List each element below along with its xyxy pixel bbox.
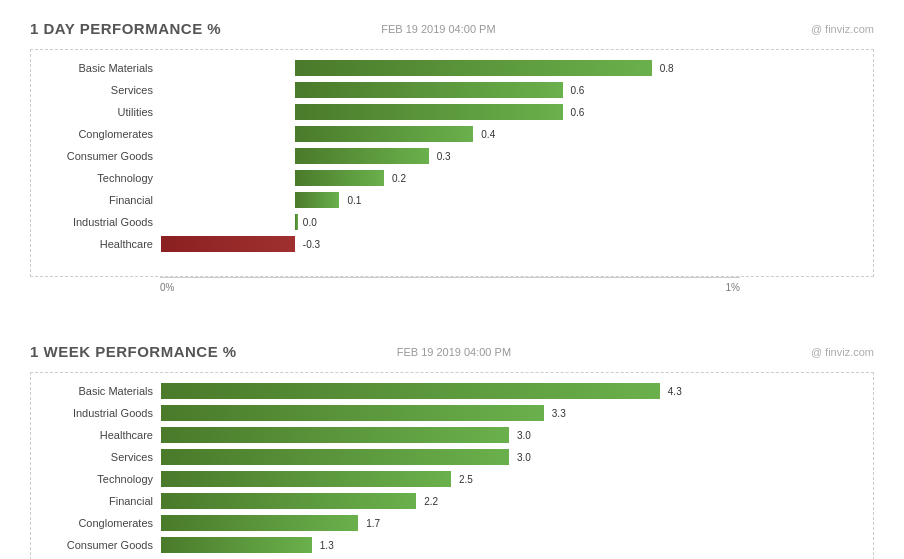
chart1-header: 1 DAY PERFORMANCE % FEB 19 2019 04:00 PM… bbox=[30, 20, 874, 37]
x-axis-label: 1% bbox=[726, 282, 740, 293]
chart2-container: 1 WEEK PERFORMANCE % FEB 19 2019 04:00 P… bbox=[0, 323, 904, 559]
bar-value-label: 1.7 bbox=[366, 518, 380, 529]
bar-value-label: 3.0 bbox=[517, 452, 531, 463]
chart1-date: FEB 19 2019 04:00 PM bbox=[381, 23, 495, 35]
table-row: Technology2.5 bbox=[31, 469, 843, 489]
page-wrapper: 1 DAY PERFORMANCE % FEB 19 2019 04:00 PM… bbox=[0, 0, 904, 559]
bar-track: 0.6 bbox=[161, 82, 843, 98]
table-row: Basic Materials0.8 bbox=[31, 58, 843, 78]
x-axis-label: 0% bbox=[160, 282, 174, 293]
bar-fill bbox=[161, 405, 544, 421]
bar-label: Consumer Goods bbox=[31, 539, 161, 551]
bar-label: Basic Materials bbox=[31, 62, 161, 74]
table-row: Consumer Goods0.3 bbox=[31, 146, 843, 166]
bar-fill bbox=[161, 471, 451, 487]
chart2-area: Basic Materials4.3Industrial Goods3.3Hea… bbox=[30, 372, 874, 559]
table-row: Basic Materials4.3 bbox=[31, 381, 843, 401]
bar-track: 0.3 bbox=[161, 148, 843, 164]
bar-label: Financial bbox=[31, 495, 161, 507]
table-row: Industrial Goods0.0 bbox=[31, 212, 843, 232]
bar-label: Technology bbox=[31, 473, 161, 485]
bar-track: 2.5 bbox=[161, 471, 843, 487]
chart2-source: @ finviz.com bbox=[811, 346, 874, 358]
bar-label: Conglomerates bbox=[31, 517, 161, 529]
bar-label: Utilities bbox=[31, 106, 161, 118]
bar-fill bbox=[161, 383, 660, 399]
bar-fill bbox=[161, 236, 295, 252]
table-row: Healthcare-0.3 bbox=[31, 234, 843, 254]
bar-track: 1.3 bbox=[161, 537, 843, 553]
bar-value-label: 2.5 bbox=[459, 474, 473, 485]
bar-value-label: 0.4 bbox=[481, 129, 495, 140]
bar-value-label: 0.6 bbox=[571, 85, 585, 96]
bar-label: Services bbox=[31, 84, 161, 96]
bar-track: 0.2 bbox=[161, 170, 843, 186]
bar-fill bbox=[161, 537, 312, 553]
bar-fill bbox=[295, 104, 563, 120]
bar-fill bbox=[295, 214, 298, 230]
bar-label: Industrial Goods bbox=[31, 407, 161, 419]
table-row: Consumer Goods1.3 bbox=[31, 535, 843, 555]
bar-track: 2.2 bbox=[161, 493, 843, 509]
bar-track: 0.4 bbox=[161, 126, 843, 142]
bar-value-label: 0.1 bbox=[347, 195, 361, 206]
table-row: Financial0.1 bbox=[31, 190, 843, 210]
table-row: Financial2.2 bbox=[31, 491, 843, 511]
bar-label: Basic Materials bbox=[31, 385, 161, 397]
bar-track: 4.3 bbox=[161, 383, 843, 399]
bar-value-label: 3.3 bbox=[552, 408, 566, 419]
table-row: Services0.6 bbox=[31, 80, 843, 100]
bar-fill bbox=[161, 493, 416, 509]
table-row: Industrial Goods3.3 bbox=[31, 403, 843, 423]
chart-divider bbox=[0, 303, 904, 323]
bar-track: 0.6 bbox=[161, 104, 843, 120]
bar-fill bbox=[295, 170, 384, 186]
chart2-title: 1 WEEK PERFORMANCE % bbox=[30, 343, 237, 360]
bar-track: 3.0 bbox=[161, 427, 843, 443]
bar-fill bbox=[295, 192, 340, 208]
chart1-source: @ finviz.com bbox=[811, 23, 874, 35]
chart1-container: 1 DAY PERFORMANCE % FEB 19 2019 04:00 PM… bbox=[0, 0, 904, 303]
bar-value-label: 2.2 bbox=[424, 496, 438, 507]
bar-track: -0.3 bbox=[161, 236, 843, 252]
bar-value-label: 3.0 bbox=[517, 430, 531, 441]
bar-fill bbox=[295, 60, 652, 76]
bar-label: Healthcare bbox=[31, 429, 161, 441]
chart2-header: 1 WEEK PERFORMANCE % FEB 19 2019 04:00 P… bbox=[30, 343, 874, 360]
chart1-xaxis: 0%1% bbox=[160, 277, 740, 293]
bar-fill bbox=[295, 148, 429, 164]
bar-value-label: -0.3 bbox=[303, 239, 320, 250]
bar-label: Healthcare bbox=[31, 238, 161, 250]
table-row: Conglomerates0.4 bbox=[31, 124, 843, 144]
bar-fill bbox=[295, 82, 563, 98]
bar-value-label: 0.6 bbox=[571, 107, 585, 118]
bar-value-label: 4.3 bbox=[668, 386, 682, 397]
bar-label: Financial bbox=[31, 194, 161, 206]
bar-label: Consumer Goods bbox=[31, 150, 161, 162]
chart1-title: 1 DAY PERFORMANCE % bbox=[30, 20, 221, 37]
bar-label: Conglomerates bbox=[31, 128, 161, 140]
bar-track: 1.7 bbox=[161, 515, 843, 531]
bar-track: 3.0 bbox=[161, 449, 843, 465]
table-row: Utilities0.6 bbox=[31, 102, 843, 122]
bar-value-label: 0.8 bbox=[660, 63, 674, 74]
bar-fill bbox=[161, 515, 358, 531]
table-row: Technology0.2 bbox=[31, 168, 843, 188]
table-row: Conglomerates1.7 bbox=[31, 513, 843, 533]
bar-track: 0.8 bbox=[161, 60, 843, 76]
bar-track: 0.1 bbox=[161, 192, 843, 208]
chart1-area: Basic Materials0.8Services0.6Utilities0.… bbox=[30, 49, 874, 277]
bar-value-label: 0.2 bbox=[392, 173, 406, 184]
bar-fill bbox=[161, 427, 509, 443]
chart2-date: FEB 19 2019 04:00 PM bbox=[397, 346, 511, 358]
bar-track: 0.0 bbox=[161, 214, 843, 230]
bar-value-label: 0.0 bbox=[303, 217, 317, 228]
bar-fill bbox=[295, 126, 473, 142]
bar-track: 3.3 bbox=[161, 405, 843, 421]
table-row: Services3.0 bbox=[31, 447, 843, 467]
bar-label: Technology bbox=[31, 172, 161, 184]
bar-fill bbox=[161, 449, 509, 465]
table-row: Healthcare3.0 bbox=[31, 425, 843, 445]
bar-label: Industrial Goods bbox=[31, 216, 161, 228]
bar-value-label: 0.3 bbox=[437, 151, 451, 162]
